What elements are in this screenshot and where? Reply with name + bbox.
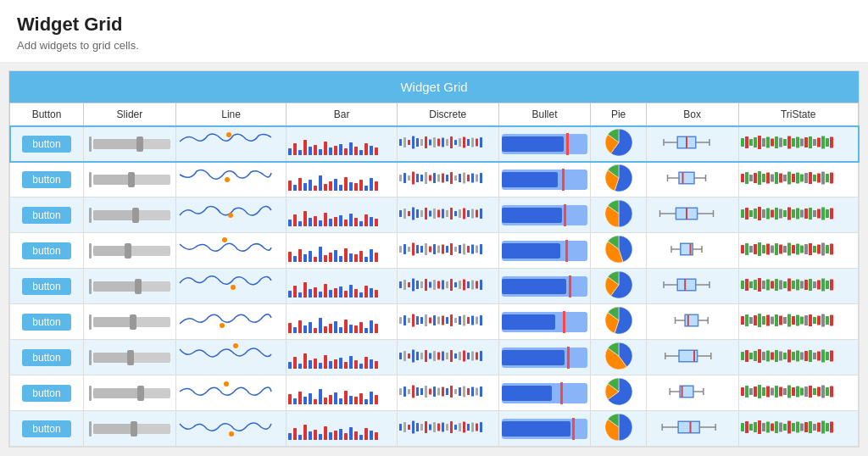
discrete-cell xyxy=(397,162,498,197)
svg-rect-521 xyxy=(771,388,774,396)
svg-rect-412 xyxy=(334,359,337,369)
slider-cell[interactable] xyxy=(84,340,176,375)
widget-button[interactable]: button xyxy=(22,207,70,224)
svg-rect-574 xyxy=(480,422,482,432)
svg-rect-118 xyxy=(766,173,770,184)
svg-rect-99 xyxy=(454,175,457,181)
svg-rect-542 xyxy=(314,430,317,440)
svg-rect-494 xyxy=(425,386,427,398)
svg-rect-122 xyxy=(783,175,787,181)
button-cell[interactable]: button xyxy=(10,269,84,304)
svg-rect-452 xyxy=(762,352,765,360)
widget-button[interactable]: button xyxy=(22,420,70,437)
svg-rect-457 xyxy=(783,353,787,359)
button-cell[interactable]: button xyxy=(10,304,84,340)
svg-rect-285 xyxy=(370,288,373,298)
svg-rect-338 xyxy=(298,320,302,333)
bar-cell xyxy=(287,126,398,162)
button-cell[interactable]: button xyxy=(10,233,84,269)
svg-rect-34 xyxy=(463,137,465,148)
discrete-cell xyxy=(397,375,498,411)
svg-rect-59 xyxy=(800,139,804,147)
tristate-cell xyxy=(738,340,859,375)
slider-cell[interactable] xyxy=(84,411,176,447)
svg-rect-330 xyxy=(813,281,816,288)
pie-cell xyxy=(591,375,646,411)
svg-point-335 xyxy=(220,323,225,328)
button-cell[interactable]: button xyxy=(10,126,84,162)
button-cell[interactable]: button xyxy=(10,162,84,197)
slider-cell[interactable] xyxy=(84,304,176,340)
svg-rect-400 xyxy=(826,316,829,325)
svg-rect-20 xyxy=(403,137,406,147)
svg-rect-407 xyxy=(309,360,312,369)
button-cell[interactable]: button xyxy=(10,411,84,447)
svg-rect-588 xyxy=(771,424,774,431)
svg-rect-383 xyxy=(754,315,757,325)
svg-rect-416 xyxy=(354,360,358,369)
svg-rect-353 xyxy=(375,324,378,333)
svg-rect-347 xyxy=(344,320,348,333)
svg-rect-295 xyxy=(433,280,436,290)
line-cell xyxy=(175,197,287,233)
svg-rect-282 xyxy=(354,289,358,298)
slider-cell[interactable] xyxy=(84,233,176,269)
widget-button[interactable]: button xyxy=(22,314,70,331)
svg-rect-523 xyxy=(779,387,782,397)
svg-rect-502 xyxy=(459,387,461,396)
svg-rect-108 xyxy=(679,172,694,184)
svg-rect-475 xyxy=(314,399,317,404)
svg-rect-305 xyxy=(476,281,478,289)
svg-rect-440 xyxy=(480,351,482,361)
widget-button[interactable]: button xyxy=(22,278,70,295)
widget-button[interactable]: button xyxy=(22,171,70,188)
svg-rect-63 xyxy=(817,138,821,147)
svg-rect-263 xyxy=(813,246,816,253)
svg-rect-288 xyxy=(403,280,406,290)
slider-cell[interactable] xyxy=(84,269,176,304)
widget-button[interactable]: button xyxy=(22,385,70,402)
svg-rect-45 xyxy=(741,138,744,147)
svg-rect-570 xyxy=(463,422,465,433)
svg-rect-381 xyxy=(745,314,748,326)
button-cell[interactable]: button xyxy=(10,340,84,375)
svg-rect-487 xyxy=(375,395,378,404)
widget-button[interactable]: button xyxy=(22,349,70,366)
slider-cell[interactable] xyxy=(84,197,176,233)
widget-button[interactable]: button xyxy=(22,136,70,153)
svg-rect-76 xyxy=(329,181,332,191)
svg-rect-96 xyxy=(442,174,444,183)
svg-rect-264 xyxy=(817,245,821,254)
slider-cell[interactable] xyxy=(84,126,176,162)
svg-rect-77 xyxy=(334,179,337,191)
svg-rect-477 xyxy=(324,398,327,404)
svg-rect-30 xyxy=(446,139,448,146)
svg-rect-89 xyxy=(412,172,415,185)
svg-rect-64 xyxy=(821,136,825,149)
svg-rect-158 xyxy=(420,210,423,217)
button-cell[interactable]: button xyxy=(10,197,84,233)
table-row: button xyxy=(10,340,859,375)
box-cell xyxy=(646,411,738,447)
discrete-cell xyxy=(397,269,498,304)
svg-point-268 xyxy=(231,285,236,290)
svg-rect-491 xyxy=(412,386,415,398)
grid-header: Widget Grid xyxy=(9,71,859,103)
pie-cell xyxy=(591,411,646,447)
svg-rect-447 xyxy=(741,352,744,360)
svg-rect-66 xyxy=(830,137,833,148)
svg-rect-141 xyxy=(319,220,322,226)
svg-rect-436 xyxy=(463,351,465,362)
button-cell[interactable]: button xyxy=(10,375,84,411)
widget-button[interactable]: button xyxy=(22,242,70,259)
svg-rect-38 xyxy=(480,137,482,147)
svg-rect-363 xyxy=(437,317,440,325)
slider-cell[interactable] xyxy=(84,375,176,411)
svg-rect-85 xyxy=(375,181,378,191)
svg-rect-595 xyxy=(800,424,804,431)
svg-rect-69 xyxy=(293,185,297,191)
slider-cell[interactable] xyxy=(84,162,176,197)
svg-rect-82 xyxy=(359,180,363,191)
svg-rect-431 xyxy=(442,352,444,361)
svg-rect-471 xyxy=(293,398,297,404)
